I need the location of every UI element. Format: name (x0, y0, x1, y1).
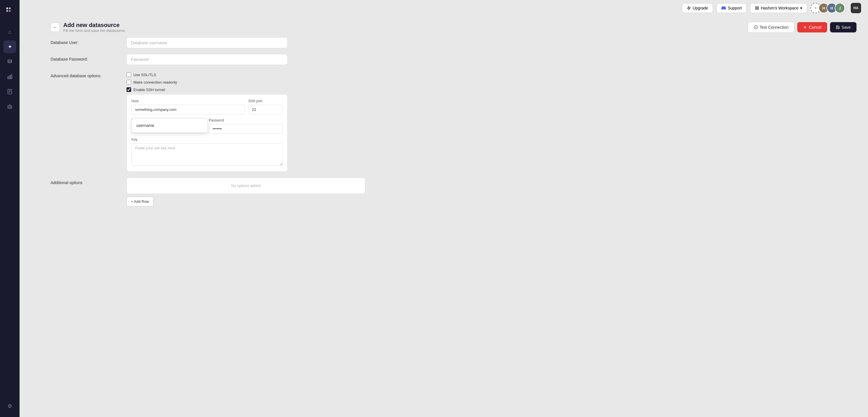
readonly-checkbox-item[interactable]: Make connection readonly (127, 80, 288, 84)
sidebar-item-home[interactable]: ⌂ (3, 26, 16, 38)
ssh-checkbox-item[interactable]: Enable SSH tunnel (127, 87, 288, 92)
header-left: ← Add new datasource Fill the form and s… (51, 22, 126, 33)
ssh-port-input[interactable] (248, 105, 283, 114)
db-password-label: Database Password: (51, 54, 120, 62)
svg-rect-21 (755, 8, 757, 9)
additional-options-control: No options added + Add Row (127, 177, 857, 206)
ssh-host-row: Host SSH port (131, 99, 283, 114)
main-content: ← Add new datasource Fill the form and s… (39, 16, 868, 417)
db-password-row: Database Password: (51, 54, 857, 65)
db-password-control (127, 54, 288, 65)
ssl-label: Use SSL/TLS (133, 73, 156, 77)
no-options-box: No options added (127, 177, 365, 194)
top-navigation: Upgrade Support Hashim's Workspace ▾ + H… (20, 0, 868, 16)
ssh-password-field: Password (209, 118, 283, 134)
back-button[interactable]: ← (51, 23, 60, 32)
save-label: Save (841, 25, 851, 30)
db-user-row: Database User: (51, 37, 857, 48)
add-row-label: + Add Row (131, 199, 149, 204)
svg-rect-3 (9, 10, 11, 12)
test-connection-label: Test Connection (760, 25, 788, 30)
sidebar: ⌂ ✦ ⚙ (0, 0, 20, 417)
checkbox-group: Use SSL/TLS Make connection readonly Ena… (127, 71, 288, 92)
svg-rect-6 (9, 75, 10, 79)
ssh-key-section: Key (131, 138, 283, 167)
svg-point-13 (9, 107, 9, 107)
svg-rect-20 (757, 7, 758, 8)
advanced-options-row: Advanced database options: Use SSL/TLS M… (51, 71, 857, 172)
svg-point-14 (10, 107, 11, 107)
form-area: Database User: Database Password: Advanc… (39, 37, 868, 223)
user-initials: HA (851, 3, 861, 13)
svg-rect-7 (11, 75, 12, 79)
svg-rect-22 (757, 8, 758, 9)
sidebar-item-report[interactable] (3, 85, 16, 98)
cancel-button[interactable]: Cancel (797, 22, 827, 32)
ssh-port-label: SSH port (248, 99, 283, 103)
cancel-label: Cancel (809, 25, 822, 30)
ssl-checkbox[interactable] (127, 72, 131, 77)
workspace-button[interactable]: Hashim's Workspace ▾ (750, 3, 807, 13)
no-options-label: No options added (231, 183, 260, 188)
header-right: Test Connection Cancel Save (748, 22, 857, 33)
avatar-group: + H H J (810, 3, 845, 13)
support-button[interactable]: Support (716, 3, 747, 13)
ssh-host-field: Host (131, 99, 245, 114)
svg-marker-18 (687, 6, 690, 10)
page-subtitle: Fill the form and save the datasource. (63, 28, 126, 33)
ssh-port-field: SSH port (248, 99, 283, 114)
additional-options-row: Additional options No options added + Ad… (51, 177, 857, 206)
ssh-credentials-row: Username username Password (131, 118, 283, 134)
username-dropdown: username (131, 118, 208, 133)
test-connection-button[interactable]: Test Connection (748, 22, 794, 33)
svg-point-4 (8, 60, 11, 61)
svg-rect-1 (9, 7, 11, 9)
sidebar-item-robot[interactable] (3, 100, 16, 113)
ssh-password-input[interactable] (209, 124, 283, 134)
advanced-options-label: Advanced database options: (51, 71, 120, 78)
readonly-checkbox[interactable] (127, 80, 131, 84)
sidebar-item-settings[interactable]: ⚙ (3, 400, 16, 412)
avatar-j: J (835, 3, 845, 13)
ssh-key-label: Key (131, 138, 283, 142)
svg-point-15 (9, 105, 10, 105)
ssh-host-input[interactable] (131, 105, 245, 114)
db-user-input[interactable] (127, 37, 288, 48)
advanced-options-control: Use SSL/TLS Make connection readonly Ena… (127, 71, 288, 172)
svg-rect-0 (6, 7, 8, 9)
page-header: ← Add new datasource Fill the form and s… (39, 16, 868, 37)
page-title-block: Add new datasource Fill the form and sav… (63, 22, 126, 33)
chevron-down-icon: ▾ (800, 6, 802, 10)
ssl-checkbox-item[interactable]: Use SSL/TLS (127, 72, 288, 77)
support-label: Support (727, 6, 742, 10)
sidebar-item-chart[interactable] (3, 70, 16, 83)
db-user-control (127, 37, 288, 48)
db-user-label: Database User: (51, 37, 120, 45)
svg-rect-5 (8, 77, 9, 79)
svg-rect-2 (6, 10, 8, 12)
readonly-label: Make connection readonly (133, 80, 177, 84)
svg-rect-8 (8, 89, 11, 94)
page-title: Add new datasource (63, 22, 126, 28)
ssh-password-label: Password (209, 118, 283, 123)
sidebar-item-datasource[interactable] (3, 56, 16, 68)
ssh-checkbox[interactable] (127, 87, 131, 92)
ssh-label: Enable SSH tunnel (133, 88, 165, 92)
ssh-host-label: Host (131, 99, 245, 103)
app-logo (3, 5, 16, 19)
ssh-tunnel-box: Host SSH port Username (127, 94, 288, 172)
sidebar-item-magic[interactable]: ✦ (3, 40, 16, 53)
upgrade-label: Upgrade (692, 6, 708, 10)
workspace-label: Hashim's Workspace (761, 6, 798, 10)
additional-options-label: Additional options (51, 177, 120, 185)
db-password-input[interactable] (127, 54, 288, 65)
add-row-button[interactable]: + Add Row (127, 197, 153, 206)
ssh-username-field: Username username (131, 118, 205, 134)
ssh-key-textarea[interactable] (131, 143, 283, 166)
username-dropdown-item[interactable]: username (132, 120, 207, 131)
svg-rect-19 (755, 7, 757, 8)
upgrade-button[interactable]: Upgrade (682, 3, 713, 13)
save-button[interactable]: Save (830, 22, 857, 32)
svg-rect-12 (8, 106, 11, 109)
